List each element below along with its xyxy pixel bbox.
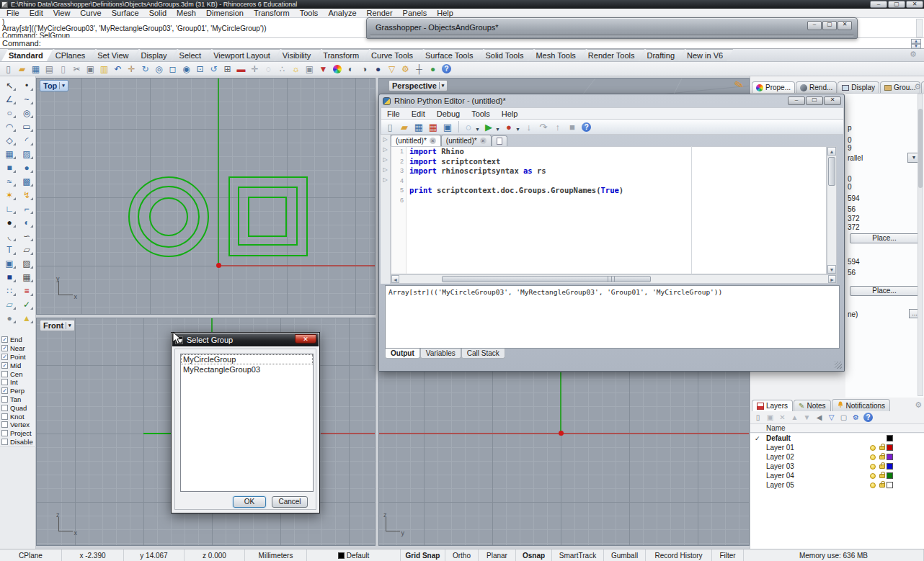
toolbar-tab-transform[interactable]: Transform — [316, 49, 369, 61]
origin-point[interactable] — [216, 263, 221, 268]
outline-collapse-icon[interactable]: ▷ — [381, 135, 390, 145]
status-osnap[interactable]: Osnap — [516, 549, 552, 561]
layer-color-swatch[interactable] — [887, 472, 893, 479]
editor-tab[interactable]: (untitled)*✕ — [391, 135, 441, 146]
select-arrow-icon[interactable]: ↖ — [2, 79, 17, 91]
save-icon[interactable]: ▦ — [30, 63, 42, 75]
help-icon[interactable]: ? — [863, 413, 873, 422]
status-filter[interactable]: Filter — [712, 549, 744, 561]
flip-icon[interactable]: ▱ — [2, 298, 17, 310]
layers-tab-notifications[interactable]: Notifications — [832, 399, 890, 411]
menu-item-transform[interactable]: Transform — [249, 9, 295, 17]
debug-icon[interactable]: ● — [502, 120, 515, 133]
outline-collapse-icon[interactable]: ▷ — [381, 155, 390, 165]
layer-lock-icon[interactable] — [879, 474, 885, 478]
visibility-icon[interactable]: ▼ — [317, 63, 329, 75]
status-planar[interactable]: Planar — [479, 549, 516, 561]
toolbar-tab-surface-tools[interactable]: Surface Tools — [418, 49, 483, 61]
zoom-extents-icon[interactable]: ⊡ — [194, 63, 206, 75]
scroll-up-icon[interactable]: ▲ — [827, 147, 836, 156]
maximize-button[interactable]: ▢ — [888, 1, 905, 8]
command-spinner[interactable]: ▲▼ — [911, 39, 921, 48]
move-up-icon[interactable]: ▲ — [790, 413, 799, 422]
maximize-button[interactable]: ▢ — [806, 97, 823, 105]
toolbar-tab-curve-tools[interactable]: Curve Tools — [364, 49, 423, 61]
layer-color-swatch[interactable] — [887, 444, 893, 451]
lock-icon[interactable]: ▣ — [303, 63, 316, 75]
camera-place-button[interactable]: Place... — [850, 233, 919, 243]
editor-split-line[interactable] — [691, 146, 692, 274]
close-button[interactable]: ✕ — [838, 21, 852, 30]
layer-lock-icon[interactable] — [879, 446, 885, 450]
step-out-icon[interactable]: ↑ — [551, 120, 564, 133]
linear-array-icon[interactable]: ≡ — [19, 284, 34, 297]
new-file-icon[interactable]: ▯ — [383, 120, 396, 133]
scroll-right-icon[interactable]: ► — [828, 275, 836, 283]
curved-surface-icon[interactable]: ▨ — [19, 148, 34, 160]
circle-curve-inner[interactable] — [149, 197, 188, 236]
name-column-header[interactable]: Name — [766, 424, 786, 432]
status-x-2-390[interactable]: x -2.390 — [62, 549, 124, 561]
close-button[interactable]: ✕ — [295, 334, 316, 344]
layer-row-layer-05[interactable]: Layer 05 — [750, 480, 924, 490]
hatch-icon[interactable]: ▨ — [19, 257, 34, 269]
origin-point[interactable] — [559, 431, 564, 436]
dropdown-arrow-icon[interactable]: ▼ — [515, 127, 520, 132]
select-group-dialog[interactable]: Select Group ✕ MyCircleGroupMyRectangleG… — [171, 332, 320, 513]
color-wheel-icon[interactable] — [331, 63, 343, 75]
chamfer-edge-icon[interactable]: ⌐ — [19, 202, 34, 215]
layer-color-swatch[interactable] — [887, 435, 893, 441]
checkbox-project[interactable] — [1, 430, 8, 436]
layer-color-swatch[interactable] — [887, 482, 893, 488]
toolbar-tab-solid-tools[interactable]: Solid Tools — [478, 49, 533, 61]
close-button[interactable]: ✕ — [906, 1, 923, 8]
resize-grip[interactable] — [835, 362, 842, 369]
outline-collapse-icon[interactable]: ▷ — [381, 165, 390, 175]
checkbox-disable[interactable] — [1, 439, 8, 445]
solid-cube-icon[interactable]: ■ — [2, 271, 17, 283]
viewport-top-label[interactable]: Top ▾ — [40, 80, 68, 91]
new-sublayer-icon[interactable]: ▣ — [765, 413, 775, 422]
code-editor[interactable]: import Rhinoimport scriptcontextimport r… — [407, 146, 827, 274]
arc-icon[interactable]: ◠ — [2, 120, 17, 133]
checkbox-near[interactable]: ✓ — [1, 345, 8, 351]
toolbar-tab-standard[interactable]: Standard — [1, 49, 53, 61]
menu-item-view[interactable]: View — [48, 9, 76, 17]
layer-row-layer-02[interactable]: Layer 02 — [750, 452, 924, 462]
checkbox-end[interactable]: ✓ — [1, 336, 8, 343]
python-editor-title-bar[interactable]: Rhino Python Editor - (untitled)* – ▢ ✕ — [379, 94, 844, 107]
pan-icon[interactable]: ✛ — [125, 63, 138, 75]
zoom-icon[interactable]: ◎ — [153, 63, 165, 75]
open-folder-icon[interactable]: ▰ — [398, 120, 411, 133]
toolbar-tab-select[interactable]: Select — [172, 49, 212, 61]
cone-icon[interactable]: ▲ — [19, 312, 34, 324]
zoom-dynamic-icon[interactable]: ◉ — [180, 63, 192, 75]
boolean-union-icon[interactable]: ● — [2, 216, 17, 228]
move-down-icon[interactable]: ▼ — [802, 413, 812, 422]
toolbar-tab-render-tools[interactable]: Render Tools — [581, 49, 645, 61]
layer-lock-icon[interactable] — [879, 455, 885, 459]
menu-item-surface[interactable]: Surface — [107, 9, 144, 17]
layer-lock-icon[interactable] — [879, 464, 885, 469]
layer-lock-icon[interactable] — [879, 483, 885, 488]
blend-curve-icon[interactable]: ∽ — [19, 230, 34, 242]
status-record-history[interactable]: Record History — [646, 549, 712, 561]
box-icon[interactable]: ■ — [2, 161, 17, 174]
layer-tools-icon[interactable]: ⚙ — [851, 413, 861, 422]
circle-icon[interactable]: ○ — [2, 107, 17, 119]
status-ortho[interactable]: Ortho — [445, 549, 479, 561]
checkbox-vertex[interactable] — [1, 421, 8, 428]
zoom-window-icon[interactable]: ◻ — [166, 63, 179, 75]
run-icon[interactable]: ▶ — [482, 120, 495, 133]
checkbox-point[interactable]: ✓ — [1, 354, 8, 360]
viewport-layout-icon[interactable]: ⊞ — [221, 63, 234, 75]
layer-visibility-bulb-icon[interactable] — [870, 473, 876, 479]
menu-item-tools[interactable]: Tools — [295, 9, 324, 17]
control-point-curve-icon[interactable]: ~ — [19, 93, 34, 105]
dropdown-arrow-icon[interactable]: ▼ — [475, 127, 480, 132]
new-file-icon[interactable]: ▯ — [2, 63, 14, 75]
menu-item-file[interactable]: File — [1, 9, 25, 17]
status-smarttrack[interactable]: SmartTrack — [552, 549, 604, 561]
panel-tab-display[interactable]: Display — [838, 81, 879, 93]
save-as-icon[interactable]: ▦ — [427, 120, 440, 133]
